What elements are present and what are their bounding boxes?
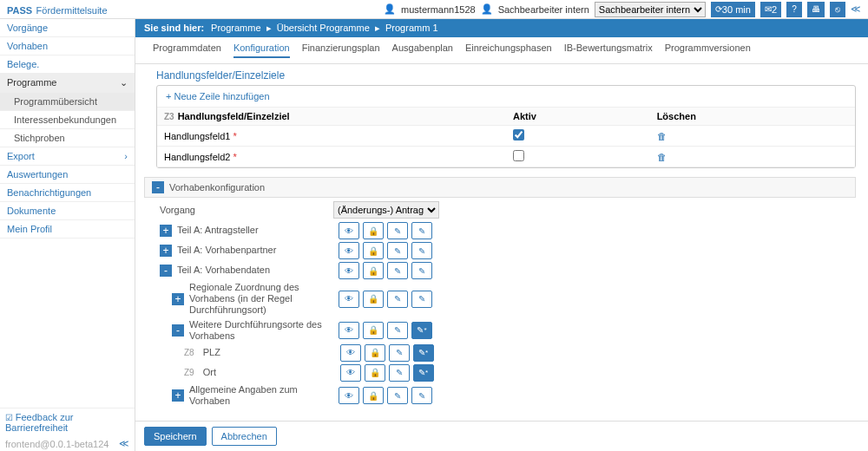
part-toggle[interactable]: + bbox=[172, 293, 184, 305]
vorgang-select[interactable]: (Änderungs-) Antrag bbox=[333, 201, 439, 219]
part-toggle[interactable]: + bbox=[172, 389, 184, 402]
part-action-0[interactable]: 👁 bbox=[340, 364, 361, 382]
feedback-link[interactable]: ☑ Feedback zur Barrierefreiheit bbox=[0, 408, 135, 436]
part-action-2[interactable]: ✎ bbox=[387, 262, 408, 279]
nav-sub-0[interactable]: Programmübersicht bbox=[0, 93, 135, 111]
part-action-0[interactable]: 👁 bbox=[339, 291, 359, 308]
save-button[interactable]: Speichern bbox=[144, 427, 207, 446]
bc-item[interactable]: Programm 1 bbox=[385, 23, 438, 33]
part-action-2[interactable]: ✎ bbox=[387, 242, 408, 259]
user-role: Sachbearbeiter intern bbox=[498, 4, 589, 15]
part-action-2[interactable]: ✎ bbox=[387, 291, 408, 308]
brand-logo: PASS Fördermittelsuite bbox=[7, 2, 108, 17]
vcfg-toggle[interactable]: - bbox=[152, 181, 164, 193]
collapse-sidebar-icon[interactable]: ≪ bbox=[119, 438, 129, 449]
cancel-button[interactable]: Abbrechen bbox=[212, 427, 277, 446]
part-action-1[interactable]: 🔒 bbox=[363, 222, 384, 239]
nav-Benachrichtigungen[interactable]: Benachrichtigungen bbox=[0, 184, 135, 202]
vorgang-label: Vorgang bbox=[160, 205, 333, 215]
part-action-1[interactable]: 🔒 bbox=[363, 262, 384, 279]
part-action-3[interactable]: ✎ bbox=[411, 262, 432, 279]
part-action-0[interactable]: 👁 bbox=[339, 262, 359, 279]
part-toggle[interactable]: - bbox=[172, 324, 184, 337]
nav-sub-1[interactable]: Interessenbekundungen bbox=[0, 111, 135, 129]
part-action-2[interactable]: ✎ bbox=[389, 364, 410, 382]
part-label: Regionale Zuordnung des Vorhabens (in de… bbox=[189, 282, 333, 317]
table-row: Handlungsfeld2 *🗑 bbox=[157, 147, 855, 167]
version-label: frontend@0.0.1-beta124 bbox=[5, 439, 108, 449]
part-toggle[interactable]: + bbox=[160, 245, 172, 257]
help-button[interactable]: ? bbox=[786, 2, 802, 17]
part-action-3[interactable]: ✎ bbox=[411, 387, 432, 404]
part-action-0[interactable]: 👁 bbox=[339, 322, 359, 339]
part-action-1[interactable]: 🔒 bbox=[363, 387, 384, 404]
delete-icon[interactable]: 🗑 bbox=[657, 131, 667, 141]
part-label: Ort bbox=[203, 367, 335, 378]
timer-button[interactable]: ⟳ 30 min bbox=[711, 2, 755, 17]
tab-0[interactable]: Programmdaten bbox=[153, 42, 221, 58]
role-select[interactable]: Sachbearbeiter intern bbox=[595, 2, 706, 17]
part-label: Teil A: Vorhabenpartner bbox=[177, 245, 333, 256]
breadcrumb: Sie sind hier: Programme ▸ Übersicht Pro… bbox=[135, 19, 868, 37]
tab-3[interactable]: Ausgabenplan bbox=[392, 42, 453, 58]
part-action-3[interactable]: ✎ bbox=[411, 242, 432, 259]
user-icon: 👤 bbox=[384, 3, 396, 15]
tab-2[interactable]: Finanzierungsplan bbox=[302, 42, 380, 58]
part-label: Allgemeine Angaben zum Vorhaben bbox=[189, 384, 333, 407]
part-label: Teil A: Vorhabendaten bbox=[177, 265, 333, 276]
part-action-0[interactable]: 👁 bbox=[339, 242, 359, 259]
part-action-0[interactable]: 👁 bbox=[340, 344, 361, 362]
part-action-1[interactable]: 🔒 bbox=[363, 322, 384, 339]
collapse-right-icon[interactable]: ≪ bbox=[851, 3, 861, 15]
logout-button[interactable]: ⎋ bbox=[830, 2, 845, 17]
part-action-0[interactable]: 👁 bbox=[339, 387, 359, 404]
part-action-1[interactable]: 🔒 bbox=[365, 364, 385, 382]
nav-sub-2[interactable]: Stichproben bbox=[0, 129, 135, 147]
nav-group-programme[interactable]: Programme⌄ bbox=[0, 74, 135, 93]
nav-Mein Profil[interactable]: Mein Profil bbox=[0, 220, 135, 239]
role-icon: 👤 bbox=[481, 3, 493, 15]
tab-6[interactable]: Programmversionen bbox=[665, 42, 751, 58]
tab-1[interactable]: Konfiguration bbox=[233, 42, 290, 58]
active-checkbox[interactable] bbox=[513, 129, 524, 141]
nav-Dokumente[interactable]: Dokumente bbox=[0, 202, 135, 220]
mail-button[interactable]: ✉ 2 bbox=[760, 2, 781, 17]
print-button[interactable]: 🖶 bbox=[807, 2, 825, 17]
part-label: PLZ bbox=[203, 347, 335, 358]
nav-Vorgänge[interactable]: Vorgänge bbox=[0, 19, 135, 37]
part-action-3[interactable]: ✎ bbox=[413, 364, 434, 382]
user-name: mustermann1528 bbox=[401, 4, 476, 15]
hfields-title: Handlungsfelder/Einzelziele bbox=[156, 69, 285, 82]
nav-Auswertungen[interactable]: Auswertungen bbox=[0, 166, 135, 184]
part-action-1[interactable]: 🔒 bbox=[363, 242, 384, 259]
part-action-3[interactable]: ✎ bbox=[411, 322, 432, 339]
part-toggle[interactable]: + bbox=[160, 225, 172, 237]
nav-Vorhaben[interactable]: Vorhaben bbox=[0, 37, 135, 56]
active-checkbox[interactable] bbox=[513, 150, 524, 161]
part-toggle[interactable]: - bbox=[160, 265, 172, 277]
tab-4[interactable]: Einreichungsphasen bbox=[465, 42, 552, 58]
part-action-2[interactable]: ✎ bbox=[387, 322, 408, 339]
part-action-3[interactable]: ✎ bbox=[411, 222, 432, 239]
add-row-button[interactable]: + Neue Zeile hinzufügen bbox=[157, 86, 855, 108]
delete-icon[interactable]: 🗑 bbox=[657, 152, 667, 162]
part-action-0[interactable]: 👁 bbox=[339, 222, 359, 239]
bc-item[interactable]: Übersicht Programme bbox=[277, 23, 370, 33]
table-row: Handlungsfeld1 *🗑 bbox=[157, 126, 855, 147]
vcfg-title: Vorhabenkonfiguration bbox=[169, 182, 265, 193]
part-action-1[interactable]: 🔒 bbox=[363, 291, 384, 308]
part-action-3[interactable]: ✎ bbox=[411, 291, 432, 308]
part-action-2[interactable]: ✎ bbox=[387, 387, 408, 404]
tab-5[interactable]: IB-Bewertungsmatrix bbox=[564, 42, 653, 58]
nav-Export[interactable]: Export› bbox=[0, 147, 135, 166]
bc-item[interactable]: Programme bbox=[211, 23, 260, 33]
part-label: Teil A: Antragsteller bbox=[177, 225, 333, 236]
nav-Belege.[interactable]: Belege. bbox=[0, 56, 135, 74]
part-action-2[interactable]: ✎ bbox=[389, 344, 410, 362]
part-action-3[interactable]: ✎ bbox=[413, 344, 434, 362]
part-action-2[interactable]: ✎ bbox=[387, 222, 408, 239]
part-label: Weitere Durchführungsorte des Vorhabens bbox=[189, 319, 333, 342]
part-action-1[interactable]: 🔒 bbox=[365, 344, 385, 362]
